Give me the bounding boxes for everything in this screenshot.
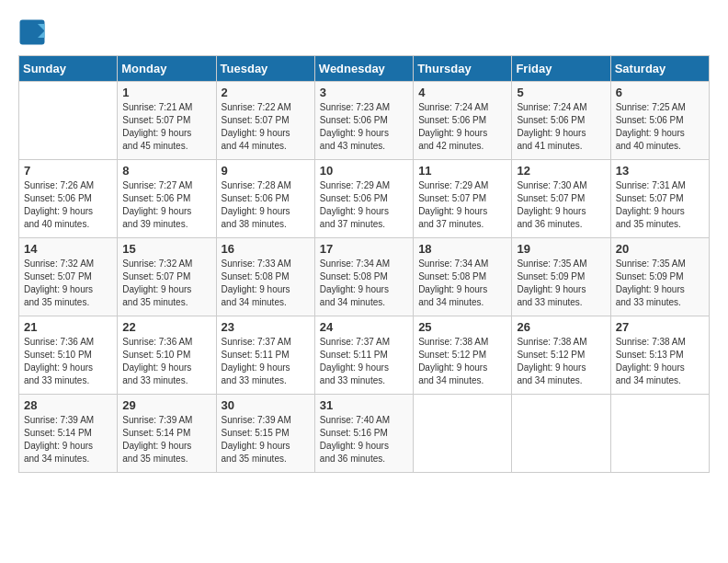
weekday-header-monday: Monday	[118, 56, 216, 82]
logo-icon	[18, 18, 46, 46]
day-info: Sunrise: 7:28 AM Sunset: 5:06 PM Dayligh…	[222, 179, 310, 231]
page-header	[18, 18, 710, 46]
calendar-header: SundayMondayTuesdayWednesdayThursdayFrid…	[19, 56, 710, 82]
weekday-header-sunday: Sunday	[19, 56, 118, 82]
calendar-cell	[610, 395, 709, 473]
day-number: 25	[418, 320, 506, 334]
calendar-cell: 4Sunrise: 7:24 AM Sunset: 5:06 PM Daylig…	[414, 82, 512, 160]
calendar-cell	[512, 395, 610, 473]
calendar-cell: 15Sunrise: 7:32 AM Sunset: 5:07 PM Dayli…	[118, 238, 216, 316]
day-info: Sunrise: 7:36 AM Sunset: 5:10 PM Dayligh…	[24, 336, 112, 387]
calendar-cell: 29Sunrise: 7:39 AM Sunset: 5:14 PM Dayli…	[118, 395, 216, 473]
calendar-cell: 22Sunrise: 7:36 AM Sunset: 5:10 PM Dayli…	[118, 316, 216, 395]
calendar-cell: 24Sunrise: 7:37 AM Sunset: 5:11 PM Dayli…	[314, 316, 413, 395]
day-number: 1	[122, 86, 210, 99]
day-info: Sunrise: 7:32 AM Sunset: 5:07 PM Dayligh…	[122, 258, 210, 309]
weekday-header-tuesday: Tuesday	[216, 56, 314, 82]
calendar-cell: 19Sunrise: 7:35 AM Sunset: 5:09 PM Dayli…	[512, 238, 610, 316]
calendar-cell: 17Sunrise: 7:34 AM Sunset: 5:08 PM Dayli…	[314, 238, 413, 316]
calendar-cell: 9Sunrise: 7:28 AM Sunset: 5:06 PM Daylig…	[216, 160, 314, 238]
day-number: 3	[320, 86, 408, 99]
weekday-header-saturday: Saturday	[610, 56, 709, 82]
calendar-cell: 14Sunrise: 7:32 AM Sunset: 5:07 PM Dayli…	[19, 238, 118, 316]
weekday-header-wednesday: Wednesday	[314, 56, 413, 82]
day-info: Sunrise: 7:35 AM Sunset: 5:09 PM Dayligh…	[616, 258, 704, 309]
day-info: Sunrise: 7:38 AM Sunset: 5:13 PM Dayligh…	[616, 336, 704, 387]
day-info: Sunrise: 7:34 AM Sunset: 5:08 PM Dayligh…	[418, 258, 506, 309]
day-number: 12	[517, 164, 605, 178]
day-number: 16	[222, 242, 310, 256]
day-number: 4	[418, 86, 506, 99]
week-row-1: 7Sunrise: 7:26 AM Sunset: 5:06 PM Daylig…	[19, 160, 710, 238]
day-info: Sunrise: 7:27 AM Sunset: 5:06 PM Dayligh…	[122, 179, 210, 231]
calendar-cell	[19, 82, 118, 160]
day-info: Sunrise: 7:39 AM Sunset: 5:15 PM Dayligh…	[222, 414, 310, 465]
calendar-cell: 2Sunrise: 7:22 AM Sunset: 5:07 PM Daylig…	[216, 82, 314, 160]
day-info: Sunrise: 7:37 AM Sunset: 5:11 PM Dayligh…	[222, 336, 310, 387]
calendar-cell: 28Sunrise: 7:39 AM Sunset: 5:14 PM Dayli…	[19, 395, 118, 473]
day-number: 31	[320, 398, 408, 412]
day-number: 20	[616, 242, 704, 256]
week-row-4: 28Sunrise: 7:39 AM Sunset: 5:14 PM Dayli…	[19, 395, 710, 473]
day-info: Sunrise: 7:33 AM Sunset: 5:08 PM Dayligh…	[222, 258, 310, 309]
calendar-cell: 23Sunrise: 7:37 AM Sunset: 5:11 PM Dayli…	[216, 316, 314, 395]
calendar-cell: 3Sunrise: 7:23 AM Sunset: 5:06 PM Daylig…	[314, 82, 413, 160]
day-info: Sunrise: 7:38 AM Sunset: 5:12 PM Dayligh…	[517, 336, 605, 387]
calendar-cell: 31Sunrise: 7:40 AM Sunset: 5:16 PM Dayli…	[314, 395, 413, 473]
weekday-header-thursday: Thursday	[414, 56, 512, 82]
calendar-cell: 6Sunrise: 7:25 AM Sunset: 5:06 PM Daylig…	[610, 82, 709, 160]
calendar-cell: 27Sunrise: 7:38 AM Sunset: 5:13 PM Dayli…	[610, 316, 709, 395]
day-info: Sunrise: 7:22 AM Sunset: 5:07 PM Dayligh…	[222, 101, 310, 153]
day-number: 26	[517, 320, 605, 334]
day-number: 6	[616, 86, 704, 99]
day-number: 14	[24, 242, 112, 256]
day-info: Sunrise: 7:36 AM Sunset: 5:10 PM Dayligh…	[122, 336, 210, 387]
day-info: Sunrise: 7:38 AM Sunset: 5:12 PM Dayligh…	[418, 336, 506, 387]
calendar-cell: 8Sunrise: 7:27 AM Sunset: 5:06 PM Daylig…	[118, 160, 216, 238]
day-number: 7	[24, 164, 112, 178]
calendar-table: SundayMondayTuesdayWednesdayThursdayFrid…	[18, 55, 710, 473]
day-number: 5	[517, 86, 605, 99]
day-info: Sunrise: 7:39 AM Sunset: 5:14 PM Dayligh…	[122, 414, 210, 465]
day-number: 18	[418, 242, 506, 256]
day-info: Sunrise: 7:35 AM Sunset: 5:09 PM Dayligh…	[517, 258, 605, 309]
svg-rect-0	[20, 20, 45, 45]
calendar-cell: 11Sunrise: 7:29 AM Sunset: 5:07 PM Dayli…	[414, 160, 512, 238]
calendar-cell: 20Sunrise: 7:35 AM Sunset: 5:09 PM Dayli…	[610, 238, 709, 316]
calendar-cell: 5Sunrise: 7:24 AM Sunset: 5:06 PM Daylig…	[512, 82, 610, 160]
day-info: Sunrise: 7:29 AM Sunset: 5:06 PM Dayligh…	[320, 179, 408, 231]
week-row-0: 1Sunrise: 7:21 AM Sunset: 5:07 PM Daylig…	[19, 82, 710, 160]
day-info: Sunrise: 7:23 AM Sunset: 5:06 PM Dayligh…	[320, 101, 408, 153]
week-row-3: 21Sunrise: 7:36 AM Sunset: 5:10 PM Dayli…	[19, 316, 710, 395]
day-info: Sunrise: 7:25 AM Sunset: 5:06 PM Dayligh…	[616, 101, 704, 153]
day-info: Sunrise: 7:39 AM Sunset: 5:14 PM Dayligh…	[24, 414, 112, 465]
day-info: Sunrise: 7:31 AM Sunset: 5:07 PM Dayligh…	[616, 179, 704, 231]
day-number: 8	[122, 164, 210, 178]
day-info: Sunrise: 7:32 AM Sunset: 5:07 PM Dayligh…	[24, 258, 112, 309]
calendar-cell: 12Sunrise: 7:30 AM Sunset: 5:07 PM Dayli…	[512, 160, 610, 238]
calendar-cell: 10Sunrise: 7:29 AM Sunset: 5:06 PM Dayli…	[314, 160, 413, 238]
calendar-cell: 16Sunrise: 7:33 AM Sunset: 5:08 PM Dayli…	[216, 238, 314, 316]
day-number: 24	[320, 320, 408, 334]
calendar-cell: 18Sunrise: 7:34 AM Sunset: 5:08 PM Dayli…	[414, 238, 512, 316]
week-row-2: 14Sunrise: 7:32 AM Sunset: 5:07 PM Dayli…	[19, 238, 710, 316]
calendar-cell: 7Sunrise: 7:26 AM Sunset: 5:06 PM Daylig…	[19, 160, 118, 238]
day-info: Sunrise: 7:24 AM Sunset: 5:06 PM Dayligh…	[517, 101, 605, 153]
day-info: Sunrise: 7:21 AM Sunset: 5:07 PM Dayligh…	[122, 101, 210, 153]
day-number: 22	[122, 320, 210, 334]
weekday-row: SundayMondayTuesdayWednesdayThursdayFrid…	[19, 56, 710, 82]
day-info: Sunrise: 7:40 AM Sunset: 5:16 PM Dayligh…	[320, 414, 408, 465]
day-number: 27	[616, 320, 704, 334]
day-info: Sunrise: 7:26 AM Sunset: 5:06 PM Dayligh…	[24, 179, 112, 231]
day-number: 19	[517, 242, 605, 256]
day-number: 15	[122, 242, 210, 256]
day-number: 2	[222, 86, 310, 99]
day-info: Sunrise: 7:29 AM Sunset: 5:07 PM Dayligh…	[418, 179, 506, 231]
day-number: 28	[24, 398, 112, 412]
day-number: 9	[222, 164, 310, 178]
weekday-header-friday: Friday	[512, 56, 610, 82]
day-info: Sunrise: 7:24 AM Sunset: 5:06 PM Dayligh…	[418, 101, 506, 153]
calendar-cell: 21Sunrise: 7:36 AM Sunset: 5:10 PM Dayli…	[19, 316, 118, 395]
day-number: 17	[320, 242, 408, 256]
day-number: 21	[24, 320, 112, 334]
